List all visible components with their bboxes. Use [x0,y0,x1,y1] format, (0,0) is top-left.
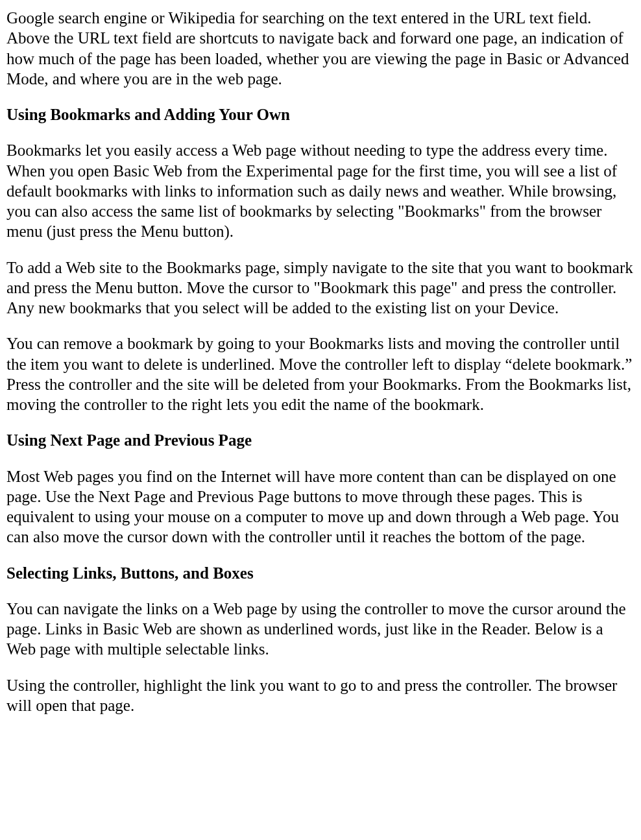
heading-next-prev: Using Next Page and Previous Page [6,430,635,450]
bookmarks-paragraph-2: To add a Web site to the Bookmarks page,… [6,258,635,318]
nextprev-paragraph-1: Most Web pages you find on the Internet … [6,466,635,547]
bookmarks-paragraph-3: You can remove a bookmark by going to yo… [6,333,635,414]
heading-links: Selecting Links, Buttons, and Boxes [6,563,635,583]
bookmarks-paragraph-1: Bookmarks let you easily access a Web pa… [6,140,635,241]
heading-bookmarks: Using Bookmarks and Adding Your Own [6,104,635,125]
intro-paragraph: Google search engine or Wikipedia for se… [6,8,635,89]
links-paragraph-2: Using the controller, highlight the link… [6,675,635,716]
links-paragraph-1: You can navigate the links on a Web page… [6,599,635,660]
